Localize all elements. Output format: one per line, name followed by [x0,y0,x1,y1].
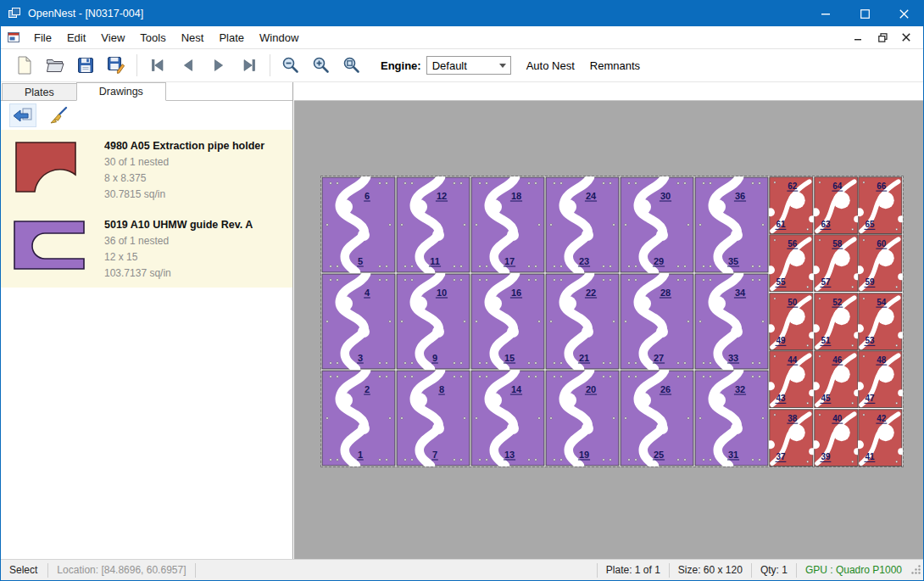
purple-part-pair[interactable]: 3231 [694,370,769,466]
save-as-button[interactable] [101,52,131,79]
red-part-pair[interactable]: 4847 [858,350,903,408]
svg-text:46: 46 [832,355,842,365]
save-icon [75,55,96,75]
red-parts-region: 6261646366655655585760595049525154534443… [769,176,903,466]
menu-plate[interactable]: Plate [211,27,252,48]
purple-part-pair[interactable]: 109 [396,273,470,370]
previous-plate-button[interactable] [173,52,203,79]
svg-text:26: 26 [660,384,671,394]
mdi-close-button[interactable] [896,30,916,45]
red-part-pair[interactable]: 4039 [814,409,859,466]
menu-nest[interactable]: Nest [174,27,212,48]
mdi-restore-button[interactable] [872,30,893,45]
first-icon [148,56,167,75]
tab-drawings[interactable]: Drawings [76,82,166,101]
remnants-button[interactable]: Remnants [590,59,640,72]
drawing-nested-count: 36 of 1 nested [104,233,253,249]
purple-part-pair[interactable]: 2019 [545,370,620,466]
status-location: Location: [84.8696, 60.6957] [48,564,194,576]
purple-part-pair[interactable]: 3433 [694,273,769,370]
drawing-item-uhmw-guide[interactable]: 5019 A10 UHMW guide Rev. A 36 of 1 neste… [1,209,292,288]
close-button[interactable] [884,1,923,26]
purple-part-pair[interactable]: 2423 [545,176,620,273]
purple-part-pair[interactable]: 65 [321,176,396,273]
drawing-item-extraction-pipe-holder[interactable]: 4980 A05 Extraction pipe holder 30 of 1 … [1,130,292,209]
purple-part-pair[interactable]: 2625 [620,370,694,466]
first-plate-button[interactable] [142,52,173,79]
import-back-button[interactable] [9,103,36,127]
zoom-out-button[interactable] [276,52,306,79]
new-button[interactable] [9,52,40,79]
menu-tools[interactable]: Tools [132,27,173,48]
svg-text:29: 29 [654,256,664,266]
svg-text:23: 23 [579,256,589,266]
maximize-button[interactable] [845,1,884,26]
red-part-pair[interactable]: 4443 [769,350,814,408]
svg-text:31: 31 [728,450,738,460]
purple-part-pair[interactable]: 1817 [470,176,545,273]
window-controls [806,1,923,26]
tab-plates[interactable]: Plates [2,83,77,100]
menu-edit[interactable]: Edit [59,27,93,48]
red-part-pair[interactable]: 3837 [769,409,814,466]
status-mode: Select [1,564,47,576]
purple-part-pair[interactable]: 21 [321,370,396,466]
mdi-minimize-button[interactable] [849,30,869,45]
svg-text:49: 49 [776,336,785,345]
red-part-pair[interactable]: 6463 [814,176,859,234]
drawing-area: 30.7815 sq/in [104,187,264,203]
svg-text:28: 28 [660,288,671,298]
svg-text:22: 22 [586,288,596,298]
svg-text:61: 61 [776,220,785,229]
menu-window[interactable]: Window [252,27,306,48]
purple-part-pair[interactable]: 3635 [694,176,769,273]
window-title: OpenNest - [N0317-004] [28,8,143,20]
auto-nest-button[interactable]: Auto Nest [526,59,575,72]
menu-view[interactable]: View [93,27,132,48]
svg-text:30: 30 [660,191,671,201]
minimize-button[interactable] [806,1,845,26]
part-thumbnail-purple [8,215,92,277]
purple-part-pair[interactable]: 3029 [620,176,694,273]
red-part-pair[interactable]: 5049 [769,293,814,350]
red-part-pair[interactable]: 5453 [858,293,903,350]
document-icon[interactable] [7,31,20,44]
svg-text:55: 55 [776,278,785,288]
purple-part-pair[interactable]: 43 [321,273,396,370]
plate[interactable]: 6512111817242330293635431091615222128273… [321,176,903,466]
svg-text:27: 27 [654,353,664,363]
engine-value: Default [432,59,467,72]
svg-text:42: 42 [877,414,887,423]
svg-text:16: 16 [511,288,521,298]
purple-part-pair[interactable]: 2221 [545,273,620,370]
purple-part-pair[interactable]: 2827 [620,273,694,370]
purple-part-pair[interactable]: 1413 [470,370,545,466]
zoom-in-button[interactable] [306,52,337,79]
purple-part-pair[interactable]: 1615 [470,273,545,370]
red-part-pair[interactable]: 6665 [858,176,903,234]
drawing-size: 8 x 8.375 [104,170,264,187]
svg-text:10: 10 [437,288,447,298]
menu-file[interactable]: File [26,27,59,48]
clean-button[interactable] [45,103,72,127]
resize-grip[interactable] [910,564,921,575]
red-part-pair[interactable]: 6261 [769,176,814,234]
red-part-pair[interactable]: 4241 [858,409,903,466]
svg-text:57: 57 [821,278,830,288]
save-button[interactable] [70,52,101,79]
last-plate-button[interactable] [234,52,264,79]
purple-part-pair[interactable]: 1211 [396,176,470,273]
nest-canvas[interactable]: 6512111817242330293635431091615222128273… [294,82,923,559]
next-plate-button[interactable] [203,52,234,79]
zoom-extents-button[interactable] [337,52,367,79]
red-part-pair[interactable]: 5857 [814,234,859,292]
open-button[interactable] [40,52,70,79]
svg-text:32: 32 [735,384,745,394]
red-part-pair[interactable]: 6059 [858,234,903,292]
red-part-pair[interactable]: 5655 [769,234,814,292]
red-part-pair[interactable]: 4645 [814,350,859,408]
red-part-pair[interactable]: 5251 [814,293,859,350]
purple-part-pair[interactable]: 87 [396,370,470,466]
svg-text:58: 58 [832,239,842,249]
engine-select[interactable]: Default [426,56,511,75]
